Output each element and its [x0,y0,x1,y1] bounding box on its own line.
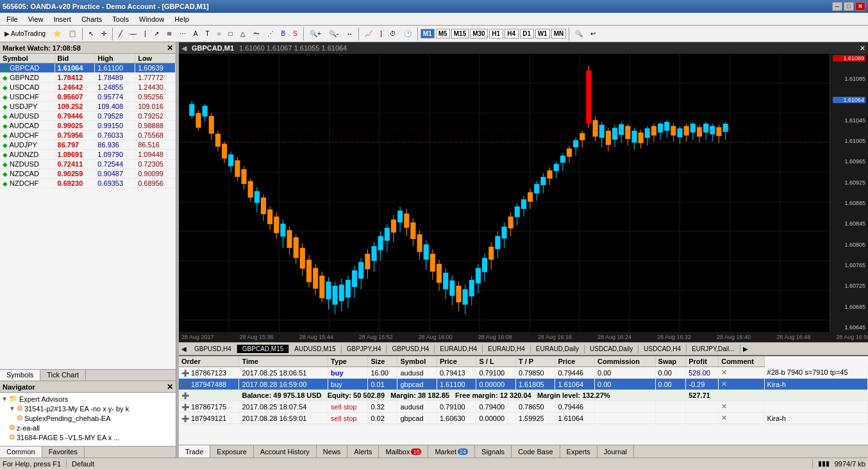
settings-button[interactable]: ↩ [587,27,599,41]
sym-tab-0[interactable]: GBPUSD,H4 [189,345,237,353]
autotrading-button[interactable]: ▶ AutoTrading [1,27,49,41]
vline-button[interactable]: | [141,27,149,41]
market-row-1[interactable]: ◆ GBPNZD 1.78412 1.78489 1.77772 [0,73,176,83]
navigator-close[interactable]: ✕ [167,383,173,391]
sym-tab-6[interactable]: EURAUD,H4 [483,345,531,353]
crosshair-button[interactable]: ✛ [98,27,110,41]
tf-h4[interactable]: H4 [505,29,519,38]
triangle-button[interactable]: △ [237,27,249,41]
channel-button[interactable]: ≋ [163,27,175,41]
cursor-button[interactable]: ↖ [85,27,97,41]
market-row-9[interactable]: ◆ AUDNZD 1.09691 1.09790 1.09448 [0,150,176,160]
zoom-out-button[interactable]: 🔍- [326,27,342,41]
hline-button[interactable]: — [127,27,140,41]
chart-close-btn[interactable]: ◀ [181,44,187,53]
market-row-8[interactable]: ◆ AUDJPY 86.797 86.936 86.516 [0,140,176,150]
pending-close-1[interactable]: ✕ [719,401,764,413]
label-button[interactable]: T [202,27,212,41]
menu-window[interactable]: Window [134,14,169,24]
tab-scroll-right[interactable]: ▶ [740,345,751,352]
market-watch-close[interactable]: ✕ [167,44,173,53]
market-row-12[interactable]: ◆ NZDCHF 0.69230 0.69353 0.68956 [0,179,176,188]
wave-button[interactable]: 〜 [250,27,263,41]
tab-signals[interactable]: Signals [475,445,512,457]
templates-button[interactable]: 📋 [65,27,79,41]
tree-ea-3[interactable]: ⚙ z-ea-all [9,423,174,432]
rect-button[interactable]: □ [226,27,236,41]
sym-tab-7[interactable]: EURAUD,Daily [531,345,585,353]
tab-account-history[interactable]: Account History [254,445,317,457]
order-close-2[interactable]: ✕ [719,379,764,390]
tree-ea-1[interactable]: ▼ ⚙ 31541-p2#13-My EA -no x y- by k [9,404,174,413]
tab-common[interactable]: Common [0,447,42,457]
sym-tab-3[interactable]: GBPJPY,H4 [342,345,387,353]
order-row-1[interactable]: ➕ 187867123 2017.08.25 18:06:51 buy 16.0… [179,367,868,379]
tf-mn[interactable]: MN [551,29,567,38]
pending-order-1[interactable]: ➕ 187867175 2017.08.25 18:07:54 sell sto… [179,401,868,413]
ticks-button[interactable]: ⏱ [387,27,399,41]
market-row-5[interactable]: ◆ AUDUSD 0.79446 0.79528 0.79252 [0,111,176,121]
market-row-7[interactable]: ◆ AUDCHF 0.75956 0.76033 0.75568 [0,131,176,140]
text-button[interactable]: A [190,27,201,41]
order-row-2[interactable]: ➕ 187947488 2017.08.28 16:59:00 buy 0.01… [179,379,868,390]
tf-m5[interactable]: M5 [436,29,450,38]
sell-button[interactable]: S [290,27,301,41]
menu-insert[interactable]: Insert [48,14,76,24]
search-button[interactable]: 🔍 [572,27,586,41]
maximize-button[interactable]: □ [844,2,854,11]
market-row-3[interactable]: ◆ USDCHF 0.95607 0.95774 0.95256 [0,92,176,102]
tab-mailbox[interactable]: Mailbox 10 [379,445,428,457]
market-row-0[interactable]: ◆ GBPCAD 1.61064 1.61100 1.60639 [0,63,176,73]
zoom-in-button[interactable]: 🔍+ [306,27,324,41]
tab-market[interactable]: Market 24 [428,445,475,457]
minimize-button[interactable]: ─ [832,2,842,11]
market-row-2[interactable]: ◆ USDCAD 1.24642 1.24855 1.24430 [0,83,176,92]
menu-charts[interactable]: Charts [76,14,107,24]
sym-tab-1[interactable]: GBPCAD,M15 [237,345,289,353]
market-row-4[interactable]: ◆ USDJPY 109.252 109.408 109.016 [0,102,176,111]
menu-tools[interactable]: Tools [107,14,134,24]
tree-ea-4[interactable]: ⚙ 31684-PAGE 5 -V1.5-MY EA x ... [9,432,174,442]
indicator-button[interactable]: 📈 [362,27,376,41]
tab-tick-chart[interactable]: Tick Chart [40,370,86,381]
new-chart-button[interactable]: ⭐ [50,27,64,41]
market-row-6[interactable]: ◆ AUDCAD 0.99025 0.99150 0.98888 [0,121,176,131]
chart-scroll-button[interactable]: ↔ [343,27,356,41]
tab-alerts[interactable]: Alerts [347,445,379,457]
clock-button[interactable]: 🕐 [401,27,415,41]
chart-close-x[interactable]: ✕ [860,44,865,53]
tab-news[interactable]: News [317,445,348,457]
tf-h1[interactable]: H1 [489,29,503,38]
market-row-10[interactable]: ◆ NZDUSD 0.72411 0.72544 0.72305 [0,160,176,169]
market-row-11[interactable]: ◆ NZDCAD 0.90259 0.90487 0.90099 [0,169,176,179]
tf-m15[interactable]: M15 [451,29,469,38]
tab-trade[interactable]: Trade [179,445,210,457]
tab-exposure[interactable]: Exposure [210,445,253,457]
pending-close-2[interactable]: ✕ [719,413,764,424]
tab-journal[interactable]: Journal [597,445,634,457]
tab-code-base[interactable]: Code Base [512,445,560,457]
gann-button[interactable]: ⋰ [264,27,277,41]
candle-chart-area[interactable] [179,54,830,332]
sym-tab-10[interactable]: EURJPY,Dail... [687,345,740,353]
pending-order-2[interactable]: ➕ 187949121 2017.08.28 16:59:01 sell sto… [179,413,868,424]
menu-help[interactable]: Help [169,14,194,24]
tf-w1[interactable]: W1 [535,29,550,38]
tab-favorites[interactable]: Favorites [42,447,85,457]
sym-tab-4[interactable]: GBPUSD,H4 [387,345,435,353]
sym-tab-2[interactable]: AUDUSD,M15 [289,345,341,353]
tree-ea-2[interactable]: ⚙ SuplexPending_chehab-EA [17,413,174,423]
order-close-1[interactable]: ✕ [719,367,764,379]
tree-expert-advisors[interactable]: ▼ 📁 Expert Advisors [1,394,174,404]
buy-button[interactable]: B [278,27,289,41]
menu-file[interactable]: File [1,14,23,24]
close-button[interactable]: ✕ [855,2,865,11]
ellipse-button[interactable]: ○ [214,27,224,41]
sym-tab-9[interactable]: USDCAD,H4 [638,345,687,353]
arrow-button[interactable]: ↗ [151,27,162,41]
tf-m30[interactable]: M30 [470,29,487,38]
period-sep-button[interactable]: | [377,27,385,41]
line-button[interactable]: ╱ [115,27,126,41]
tab-symbols[interactable]: Symbols [0,370,40,381]
tf-d1[interactable]: D1 [520,29,534,38]
